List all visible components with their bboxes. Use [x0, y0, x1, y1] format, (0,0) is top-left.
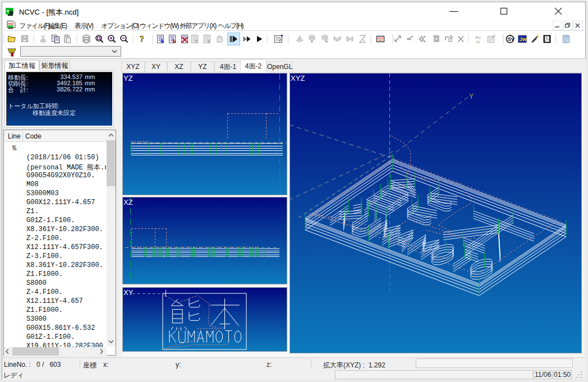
svg-text:Y: Y — [469, 93, 474, 100]
svg-text:to: to — [476, 39, 480, 44]
svg-text:?: ? — [140, 34, 144, 44]
svg-text:SV: SV — [508, 36, 515, 42]
svg-text:Jw: Jw — [520, 36, 527, 42]
